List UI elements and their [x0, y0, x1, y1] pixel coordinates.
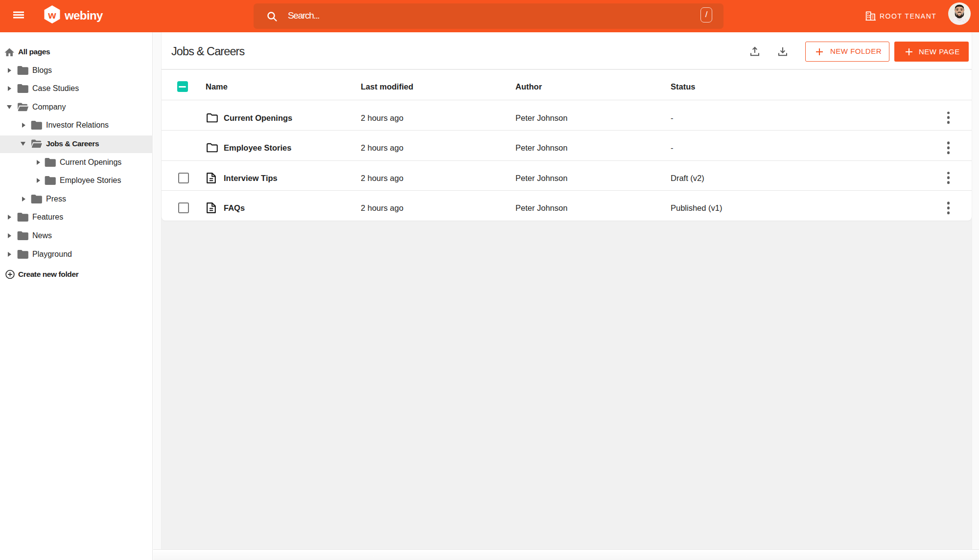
svg-text:w: w	[47, 9, 56, 21]
